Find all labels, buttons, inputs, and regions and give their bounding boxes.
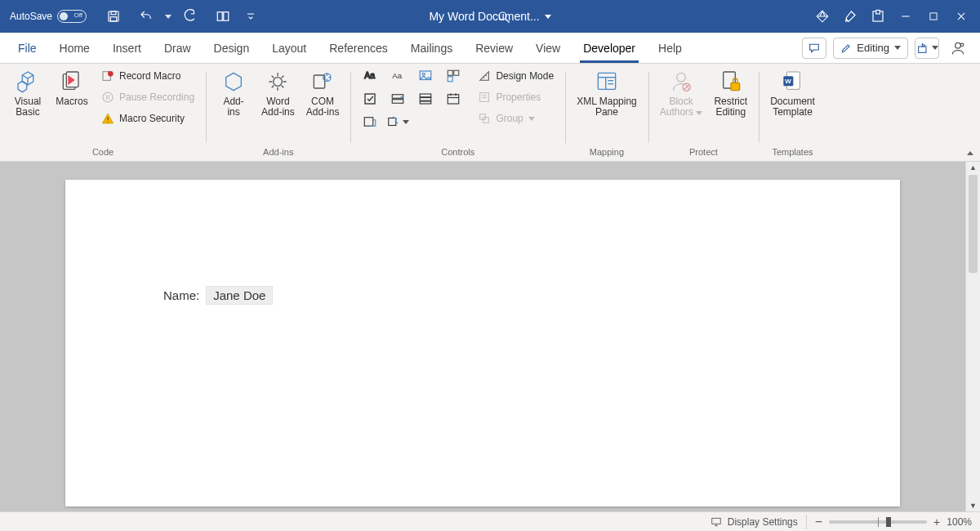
zoom-level[interactable]: 100% (947, 516, 972, 528)
pencil-icon (840, 42, 852, 54)
chevron-down-icon (545, 15, 551, 19)
text-content-control[interactable]: Jane Doe (206, 286, 273, 305)
chevron-down-icon (894, 46, 901, 50)
macros-button[interactable]: Macros (52, 67, 91, 109)
autosave-label: AutoSave (10, 11, 52, 22)
tab-file[interactable]: File (8, 33, 47, 63)
picture-control-icon[interactable] (414, 67, 437, 85)
group-label: Controls (359, 145, 557, 159)
save-icon[interactable] (100, 2, 127, 30)
addins-button[interactable]: Add-ins (214, 67, 253, 119)
xml-pane-icon (593, 69, 621, 95)
tab-view[interactable]: View (526, 33, 570, 63)
rich-text-control-icon[interactable]: Aa (359, 67, 381, 85)
svg-text:Aa: Aa (393, 71, 403, 80)
svg-rect-36 (448, 70, 453, 75)
zoom-in-button[interactable]: + (933, 515, 940, 529)
svg-point-29 (274, 78, 283, 87)
svg-line-52 (483, 77, 484, 78)
svg-rect-57 (483, 118, 489, 123)
undo-button[interactable] (132, 2, 160, 30)
page[interactable]: Name: Jane Doe (65, 180, 900, 506)
tab-layout[interactable]: Layout (262, 33, 316, 63)
design-mode-button[interactable]: Design Mode (474, 67, 557, 85)
svg-rect-50 (389, 118, 396, 126)
svg-rect-38 (448, 77, 453, 82)
cube-icon (15, 69, 41, 95)
collapse-ribbon-button[interactable] (967, 146, 973, 158)
restrict-editing-button[interactable]: RestrictEditing (710, 67, 751, 119)
qat-customize-icon[interactable] (242, 2, 260, 30)
svg-rect-71 (711, 518, 720, 524)
svg-rect-2 (110, 17, 117, 21)
lock-document-icon (718, 69, 744, 95)
group-templates: W DocumentTemplate Templates (759, 64, 826, 161)
repeating-section-icon[interactable] (359, 113, 381, 131)
svg-point-35 (423, 73, 425, 75)
word-addins-button[interactable]: WordAdd-ins (258, 67, 298, 119)
svg-rect-3 (217, 12, 222, 21)
block-user-icon (668, 69, 694, 95)
account-button[interactable] (946, 38, 970, 59)
minimize-button[interactable] (892, 2, 920, 30)
properties-button: Properties (474, 88, 557, 106)
qat-more-icon[interactable] (209, 2, 237, 30)
tab-mailings[interactable]: Mailings (401, 33, 462, 63)
editing-mode-button[interactable]: Editing (833, 38, 908, 59)
record-macro-button[interactable]: Record Macro (98, 67, 198, 85)
zoom-slider[interactable] (829, 520, 927, 524)
ruler-triangle-icon (478, 69, 491, 83)
svg-rect-58 (598, 73, 615, 89)
tab-developer[interactable]: Developer (573, 33, 645, 63)
ribbon: VisualBasic Macros Record Macro Pause Re… (0, 64, 980, 162)
zoom-out-button[interactable]: − (815, 518, 822, 526)
vertical-scrollbar[interactable]: ▲ ▼ (965, 162, 980, 511)
svg-rect-56 (480, 114, 486, 120)
maximize-button[interactable] (920, 2, 947, 30)
tab-references[interactable]: References (319, 33, 398, 63)
properties-icon (478, 91, 491, 104)
autosave-toggle[interactable]: AutoSave Off (5, 10, 91, 23)
redo-button[interactable] (176, 2, 204, 30)
svg-rect-1 (111, 11, 116, 15)
svg-rect-53 (480, 93, 489, 102)
field-label: Name: (163, 288, 199, 302)
visual-basic-button[interactable]: VisualBasic (8, 67, 47, 119)
legacy-tools-icon[interactable] (386, 113, 409, 131)
brush-icon[interactable] (836, 2, 864, 30)
search-button[interactable] (490, 7, 518, 27)
display-settings-button[interactable]: Display Settings (710, 516, 798, 528)
tab-help[interactable]: Help (648, 33, 692, 63)
scrollbar-thumb[interactable] (969, 175, 978, 273)
chevron-down-icon[interactable] (165, 15, 172, 19)
close-button[interactable] (947, 2, 975, 30)
diamond-icon[interactable] (808, 2, 836, 30)
quick-access-toolbar (100, 2, 260, 30)
macro-security-button[interactable]: Macro Security (98, 109, 198, 127)
svg-text:W: W (786, 78, 792, 85)
document-area: Name: Jane Doe ▲ ▼ (0, 162, 980, 511)
dropdown-control-icon[interactable] (414, 90, 437, 108)
hexagon-icon (220, 69, 247, 95)
comments-button[interactable] (802, 38, 826, 59)
tab-review[interactable]: Review (466, 33, 523, 63)
building-block-control-icon[interactable] (442, 67, 465, 85)
tab-insert[interactable]: Insert (103, 33, 151, 63)
document-template-button[interactable]: W DocumentTemplate (767, 67, 818, 119)
app-switch-icon[interactable] (864, 2, 892, 30)
window-controls (808, 2, 975, 30)
tab-draw[interactable]: Draw (154, 33, 201, 63)
ribbon-tabs: File Home Insert Draw Design Layout Refe… (0, 33, 980, 64)
tab-design[interactable]: Design (204, 33, 260, 63)
tab-home[interactable]: Home (50, 33, 100, 63)
share-button[interactable] (915, 38, 939, 59)
date-picker-control-icon[interactable] (442, 90, 465, 108)
com-addins-button[interactable]: COMAdd-ins (303, 67, 343, 119)
combobox-control-icon[interactable] (386, 90, 409, 108)
xml-mapping-button[interactable]: XML MappingPane (573, 67, 640, 119)
checkbox-control-icon[interactable] (359, 90, 381, 108)
plain-text-control-icon[interactable]: Aa (386, 67, 409, 85)
svg-rect-17 (918, 47, 925, 52)
group-mapping: XML MappingPane Mapping (565, 64, 648, 161)
svg-line-51 (486, 75, 487, 76)
